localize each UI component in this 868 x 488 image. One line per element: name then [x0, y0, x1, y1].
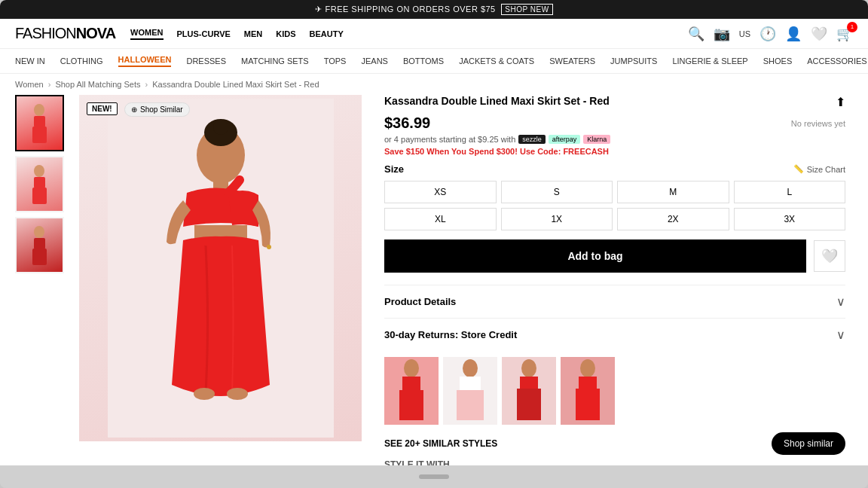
new-badge: NEW! — [87, 102, 118, 115]
scroll-indicator — [419, 474, 449, 479]
similar-img-3[interactable] — [502, 357, 556, 425]
nav-beauty[interactable]: BEAUTY — [310, 29, 344, 38]
add-to-bag-row: Add to bag 🤍 — [384, 239, 845, 273]
similar-img-2[interactable] — [443, 357, 497, 425]
breadcrumb-matching-sets[interactable]: Shop All Matching Sets — [55, 80, 140, 89]
returns-accordion: 30-day Returns: Store Credit ∨ — [384, 318, 845, 351]
size-xl[interactable]: XL — [384, 208, 497, 230]
price-row: $36.99 No reviews yet — [384, 114, 845, 132]
svg-rect-8 — [32, 249, 47, 265]
size-3x[interactable]: 3X — [734, 208, 846, 230]
svg-rect-25 — [457, 390, 484, 420]
see-more-text: SEE 20+ SIMILAR STYLES — [384, 438, 497, 449]
svg-rect-1 — [34, 116, 45, 127]
wishlist-icon[interactable]: 🤍 — [811, 26, 827, 42]
similar-img-1[interactable] — [384, 357, 439, 425]
cat-shoes[interactable]: SHOES — [763, 56, 793, 66]
nav-men[interactable]: MEN — [244, 29, 262, 38]
account-icon[interactable]: 👤 — [785, 26, 802, 42]
cat-jeans[interactable]: JEANS — [361, 56, 387, 66]
see-more-row: SEE 20+ SIMILAR STYLES Shop similar — [384, 432, 845, 455]
svg-rect-24 — [460, 377, 481, 392]
nav-plus-curve[interactable]: PLUS-CURVE — [177, 29, 231, 38]
search-icon[interactable]: 🔍 — [688, 26, 704, 42]
wishlist-button[interactable]: 🤍 — [814, 240, 845, 272]
product-model-image — [108, 99, 334, 438]
header: FASHIONNOVA WOMEN PLUS-CURVE MEN KIDS BE… — [0, 19, 868, 49]
thumbnail-1[interactable] — [15, 95, 64, 151]
svg-point-23 — [463, 359, 478, 377]
size-label: Size — [384, 163, 404, 175]
cat-jackets-coats[interactable]: JACKETS & COATS — [459, 56, 534, 66]
reviews-text: No reviews yet — [791, 119, 845, 128]
klarna-badge: Klarna — [583, 135, 610, 144]
similar-img-4[interactable] — [561, 357, 615, 425]
returns-title: 30-day Returns: Store Credit — [384, 329, 517, 340]
size-m[interactable]: M — [617, 181, 729, 203]
cat-jumpsuits[interactable]: JUMPSUITS — [610, 56, 657, 66]
category-nav: NEW IN CLOTHING HALLOWEEN DRESSES MATCHI… — [0, 49, 868, 74]
cat-halloween[interactable]: HALLOWEEN — [118, 55, 172, 67]
cat-new-in[interactable]: NEW IN — [15, 56, 45, 66]
cart-icon[interactable]: 🛒 1 — [836, 26, 853, 42]
payment-info: or 4 payments starting at $9.25 with sez… — [384, 135, 845, 144]
cat-accessories[interactable]: ACCESSORIES — [807, 56, 866, 66]
breadcrumb-sep2: › — [145, 80, 148, 89]
nav-kids[interactable]: KIDS — [276, 29, 295, 38]
cat-clothing[interactable]: CLOTHING — [60, 56, 103, 66]
returns-header[interactable]: 30-day Returns: Store Credit ∨ — [384, 328, 845, 342]
heart-icon: 🤍 — [821, 248, 838, 264]
add-to-bag-button[interactable]: Add to bag — [384, 239, 806, 273]
country-selector[interactable]: US — [739, 29, 750, 38]
size-s[interactable]: S — [501, 181, 613, 203]
sezzle-badge: sezzle — [518, 135, 546, 144]
cat-lingerie-sleep[interactable]: LINGERIE & SLEEP — [672, 56, 747, 66]
share-icon[interactable]: ⬆ — [836, 95, 845, 109]
cat-bottoms[interactable]: BOTTOMS — [403, 56, 444, 66]
promo-text: Save $150 When You Spend $300! Use Code:… — [384, 147, 845, 156]
thumbnail-3[interactable] — [15, 217, 64, 273]
breadcrumb-current: Kassandra Double Lined Maxi Skirt Set - … — [152, 80, 319, 89]
svg-point-19 — [404, 359, 419, 377]
cat-tops[interactable]: TOPS — [324, 56, 347, 66]
history-icon[interactable]: 🕐 — [760, 26, 776, 42]
logo-fashion: FASHION — [15, 25, 76, 41]
announcement-text: FREE SHIPPING ON ORDERS OVER $75 — [325, 5, 495, 14]
nav-women[interactable]: WOMEN — [130, 28, 163, 40]
svg-point-31 — [580, 359, 595, 377]
shop-new-link[interactable]: SHOP NEW — [501, 4, 552, 15]
announcement-plane-icon: ✈ — [315, 5, 322, 14]
svg-rect-28 — [520, 377, 538, 390]
svg-point-15 — [194, 388, 215, 400]
size-1x[interactable]: 1X — [501, 208, 613, 230]
shop-similar-button[interactable]: Shop similar — [772, 432, 845, 455]
announcement-bar: ✈ FREE SHIPPING ON ORDERS OVER $75 SHOP … — [0, 0, 868, 19]
svg-point-3 — [34, 165, 44, 177]
size-l[interactable]: L — [734, 181, 846, 203]
svg-rect-7 — [34, 238, 45, 249]
cat-dresses[interactable]: DRESSES — [186, 56, 226, 66]
logo[interactable]: FASHIONNOVA — [15, 25, 115, 42]
breadcrumb-women[interactable]: Women — [15, 80, 44, 89]
camera-icon[interactable]: 📷 — [714, 26, 730, 42]
shop-similar-badge[interactable]: ⊕ Shop Similar — [124, 102, 190, 117]
ruler-icon: 📏 — [793, 164, 804, 174]
svg-rect-21 — [399, 390, 423, 420]
svg-point-16 — [227, 388, 248, 400]
size-xs[interactable]: XS — [384, 181, 497, 203]
similar-images — [384, 357, 845, 425]
product-details-header[interactable]: Product Details ∨ — [384, 294, 845, 309]
svg-rect-5 — [32, 188, 47, 204]
cat-matching-sets[interactable]: MATCHING SETS — [241, 56, 309, 66]
size-2x[interactable]: 2X — [617, 208, 729, 230]
svg-point-12 — [213, 120, 228, 135]
main-content: NEW! ⊕ Shop Similar — [0, 95, 868, 465]
browser-bottom — [0, 465, 868, 488]
thumbnail-2[interactable] — [15, 156, 64, 212]
size-chart-link[interactable]: 📏 Size Chart — [793, 164, 845, 174]
breadcrumb-sep1: › — [48, 80, 51, 89]
svg-rect-2 — [32, 127, 47, 143]
product-price: $36.99 — [384, 114, 430, 132]
header-icons: 🔍 📷 US 🕐 👤 🤍 🛒 1 — [688, 26, 853, 42]
cat-sweaters[interactable]: SWEATERS — [549, 56, 595, 66]
